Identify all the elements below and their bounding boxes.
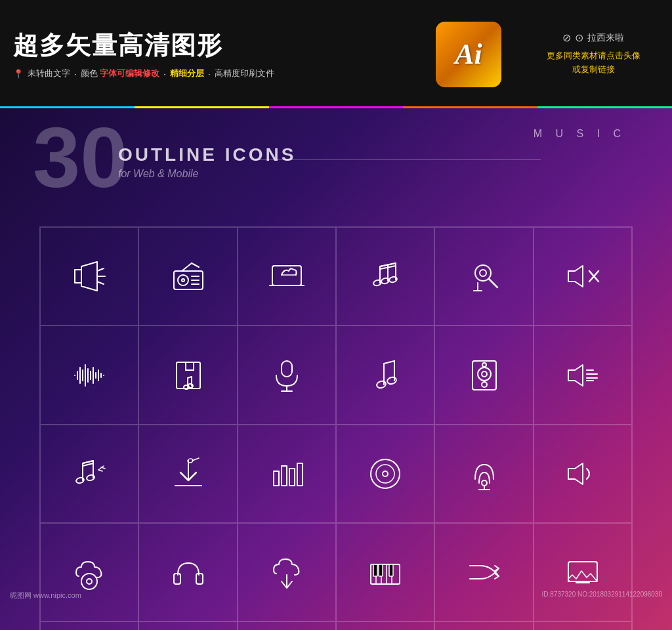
svg-point-20 [373,280,382,287]
piano-icon [336,523,434,621]
broadcast-icon [434,425,533,523]
svg-line-4 [97,282,104,284]
svg-point-91 [371,459,400,488]
subtitle-dot3: · [208,69,211,79]
circle-icon2: ⊙ [575,32,583,44]
subtitle-prefix: 未转曲文字 [28,68,70,79]
music-label: M U S I C [534,128,626,140]
pause-icon [138,621,237,630]
svg-marker-97 [568,463,583,484]
header-left: 超多矢量高清图形 📍 未转曲文字 · 颜色 字体可编辑修改 · 精细分层 · 高… [13,29,410,79]
svg-rect-101 [196,574,203,584]
volume-high-icon [534,326,632,424]
volume-low-icon [534,425,632,523]
svg-point-92 [376,465,394,483]
svg-rect-13 [272,266,301,285]
svg-rect-89 [289,469,295,486]
svg-rect-62 [472,361,496,390]
svg-point-65 [482,363,486,367]
svg-rect-110 [389,564,393,576]
screen-icon [534,523,632,621]
headphones-icon [138,523,237,621]
svg-rect-100 [174,574,180,584]
svg-marker-67 [568,365,583,386]
header: 超多矢量高清图形 📍 未转曲文字 · 颜色 字体可编辑修改 · 精细分层 · 高… [0,0,672,108]
subtitle-yellow: 精细分层 [170,68,204,79]
svg-line-75 [83,461,93,463]
header-subtitle: 📍 未转曲文字 · 颜色 字体可编辑修改 · 精细分层 · 高精度印刷文件 [13,68,410,79]
svg-rect-87 [274,471,279,486]
subtitle-red: 颜色 字体可编辑修改 [81,68,160,79]
cloud-music-icon [238,227,336,326]
svg-line-27 [489,279,497,287]
svg-line-57 [384,361,394,364]
svg-point-63 [478,368,491,381]
ai-logo: Ai [436,22,501,87]
svg-point-86 [187,458,193,463]
cloud-vinyl-icon [40,523,138,621]
fast-forward-icon [434,621,533,630]
page-title: 超多矢量高清图形 [13,29,410,62]
svg-point-66 [482,382,487,387]
speaker-icon [434,326,533,424]
ai-logo-text: Ai [455,37,482,71]
radio-icon [138,227,237,326]
cloud-download-icon [238,523,336,621]
icon-count: 30 [33,115,128,200]
svg-marker-30 [568,266,583,287]
download-music-icon [138,425,237,523]
divider-line [256,159,541,160]
circle-icon1: ⊘ [562,32,571,44]
svg-point-7 [182,279,184,282]
header-right-top: ⊘ ⊙ 拉西来啦 [528,32,659,44]
svg-point-61 [387,376,397,385]
shuffle-icon [434,523,533,621]
svg-line-2 [97,268,104,271]
svg-point-64 [482,371,487,377]
icons-grid [39,226,633,630]
equalizer-icon [238,425,336,523]
subtitle-dot2: · [163,69,166,79]
svg-point-21 [381,278,390,285]
svg-point-99 [87,579,92,584]
svg-rect-108 [373,564,377,576]
svg-line-81 [101,467,105,469]
play-icon [336,621,434,630]
svg-line-80 [98,470,102,471]
svg-rect-54 [282,361,292,377]
watermark: 昵图网 www.nipic.com ID:8737320 NO:20180329… [0,591,672,600]
subtitle-dot1: · [74,69,77,79]
svg-point-6 [178,275,188,285]
svg-point-60 [376,380,387,388]
svg-point-22 [388,276,398,284]
mute-icon [534,227,632,326]
svg-line-76 [83,463,93,466]
megaphone-icon [40,227,138,326]
settings-icon [40,621,138,630]
svg-point-78 [86,474,95,481]
right-top-text: 拉西来啦 [587,32,624,44]
waveform-icon [40,326,138,424]
svg-point-98 [81,574,97,589]
rewind-icon [238,621,336,630]
music-note-single-icon [336,326,434,424]
outline-heading: OUTLINE ICONS for Web & Mobile [118,144,296,180]
watermark-right: ID:8737320 NO:20180329114122096030 [542,591,663,600]
music-note-double-icon [336,227,434,326]
main-content: M U S I C 30 OUTLINE ICONS for Web & Mob… [0,108,672,630]
cd-disc-icon [336,425,434,523]
svg-marker-0 [75,270,81,283]
pin-icon: 📍 [13,69,24,79]
svg-point-94 [482,480,487,486]
watermark-left: 昵图网 www.nipic.com [10,591,81,600]
svg-rect-90 [297,463,303,486]
stop-icon [534,621,632,630]
outline-subtitle: for Web & Mobile [118,168,296,180]
music-notes-icon [40,425,138,523]
svg-line-12 [192,263,199,267]
svg-point-26 [480,270,486,276]
header-right: ⊘ ⊙ 拉西来啦 更多同类素材请点击头像或复制链接 [528,32,659,77]
microphone-icon [238,326,336,424]
microphone-search-icon [434,227,533,326]
svg-point-77 [75,476,85,484]
